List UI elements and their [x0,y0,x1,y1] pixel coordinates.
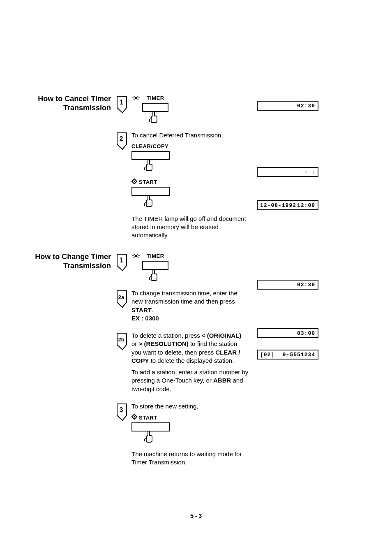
svg-point-9 [134,181,135,182]
press-hand-icon [143,195,367,209]
start-diamond-icon [131,414,137,422]
svg-text:1: 1 [120,257,123,264]
timer-button-label: TIMER [147,95,164,102]
clear-copy-button[interactable] [131,151,170,160]
svg-point-17 [135,255,137,257]
step-number-icon: 2b [115,332,131,352]
ex-label: EX : [131,315,145,322]
title-line: How to Change Timer [35,253,111,261]
lcd-change-timer: 02:30 [257,280,318,290]
lcd-code: [02] [260,352,274,358]
ex-value: 0300 [145,315,159,322]
lcd-cancel-start: 12-08-1992 12:00 [257,200,318,210]
timer-button[interactable] [142,261,168,270]
svg-text:2a: 2a [118,294,125,300]
start-button[interactable] [131,187,170,196]
text-span: . [152,306,153,313]
start-button[interactable] [131,422,170,431]
start-diamond-icon [131,179,137,186]
page-number: 5 - 3 [0,513,392,519]
text-span: to delete the displayed station. [149,357,234,364]
button-block: CLEAR/COPY [131,143,367,174]
svg-text:1: 1 [120,99,123,106]
svg-text:2b: 2b [118,336,124,343]
button-block: START [131,414,367,445]
step: 2b To delete a station, press < (ORIGINA… [115,332,367,397]
text-bold: > (RESOLUTION) [139,340,189,347]
lcd-change-station: [02] 9-5551234 [257,350,318,359]
text-span: or [131,340,139,347]
clear-copy-label: CLEAR/COPY [131,143,168,150]
step-text: To cancel Deferred Transmission, [131,131,367,139]
step: 2 To cancel Deferred Transmission, CLEAR… [115,131,367,243]
title-line: Transmission [63,104,111,112]
step-number-icon: 1 [115,253,131,273]
svg-line-14 [137,254,138,255]
step: 1 TIMER [115,253,367,283]
text-span: To delete a station, press [131,332,202,339]
start-label: START [139,179,157,186]
text-span: To change transmission time, enter the n… [131,290,238,305]
text-bold: START [131,306,152,313]
step-text: To add a station, enter a station number… [131,368,251,393]
section-title: How to Cancel Timer Transmission [25,95,115,248]
press-hand-icon [148,269,168,283]
lcd-change-time: 03:00 [257,328,318,338]
svg-point-7 [135,97,137,99]
start-label: START [139,414,157,422]
section-title: How to Change Timer Transmission [25,253,115,475]
svg-line-4 [137,96,138,97]
lcd-cancel-clear: - : [257,167,318,177]
step-number-icon: 2 [115,131,131,152]
timer-button[interactable] [142,103,168,112]
svg-line-15 [134,257,135,258]
lcd-num: 9-5551234 [283,352,315,358]
press-hand-icon [143,159,367,174]
timer-button-label: TIMER [147,253,164,260]
svg-line-3 [134,96,135,97]
step-text: To store the new setting, [131,402,367,411]
text-bold: ABBR [213,377,231,384]
timer-lamp-icon [131,253,141,258]
step: 3 To store the new setting, START [115,402,367,470]
press-hand-icon [143,431,367,445]
lcd-time: 12:00 [297,202,315,209]
lcd-cancel-timer: 02:30 [257,101,318,111]
step-text: The TIMER lamp will go off and document … [131,215,247,240]
step-text: To delete a station, press < (ORIGINAL) … [131,332,247,365]
step-number-icon: 1 [115,95,131,115]
step-number-icon: 2a [115,289,131,310]
lcd-text: 02:30 [297,282,315,288]
lcd-text: 03:00 [297,330,315,336]
step: 1 TIMER [115,95,367,125]
button-block: START [131,179,367,210]
press-hand-icon [148,111,168,125]
svg-point-21 [134,416,135,417]
svg-text:2: 2 [120,135,123,142]
svg-text:3: 3 [120,406,123,413]
svg-line-13 [134,254,135,255]
title-line: Transmission [63,262,111,270]
title-line: How to Cancel Timer [38,95,111,103]
text-bold: < (ORIGINAL) [202,332,241,339]
step-number-icon: 3 [115,402,131,423]
step: 2a To change transmission time, enter th… [115,289,367,326]
timer-lamp-icon [131,95,141,100]
lcd-date: 12-08-1992 [260,202,296,209]
svg-line-6 [137,99,138,100]
step-text: To change transmission time, enter the n… [131,289,247,322]
step-text: The machine returns to waiting mode for … [131,450,251,467]
svg-line-5 [134,99,135,100]
svg-line-16 [137,257,138,258]
lcd-text: 02:30 [297,103,315,109]
lcd-text: - : [304,169,315,175]
